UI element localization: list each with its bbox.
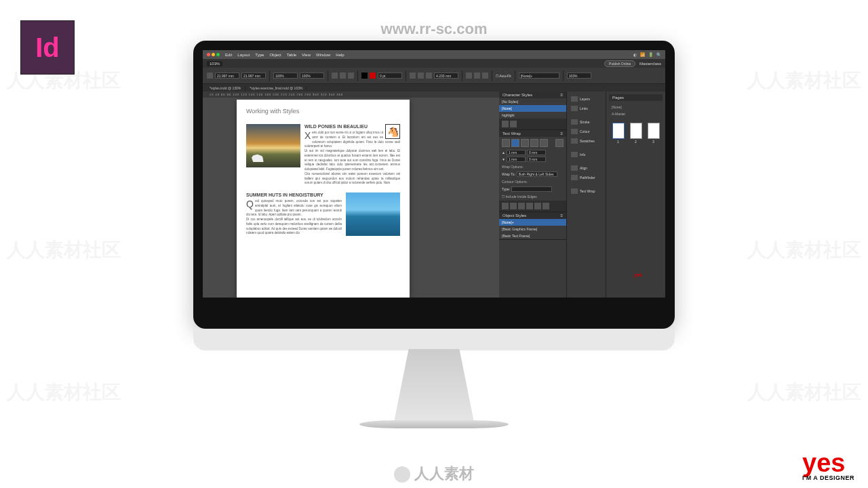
panel-menu-icon[interactable]: ≡ [560,93,563,97]
obj-style-row[interactable]: [Basic Text Frame] [499,232,566,239]
misc-icon[interactable] [526,203,533,209]
horse-icon[interactable]: 🐴 [385,124,400,139]
offset-top[interactable]: 1 mm [507,150,526,155]
menu-type[interactable]: Type [255,53,264,57]
panel-character-styles: Character Styles≡ [No Styles] [None] hig… [499,92,566,130]
offset-bottom[interactable]: 1 mm [507,157,526,162]
body-text: Cita nonsecullorel abores sim eatet pore… [304,172,400,186]
menu-view[interactable]: View [302,53,311,57]
imac-mockup: Edit Layout Type Object Table View Windo… [193,41,675,447]
align-l-icon[interactable] [466,73,472,79]
offset-left[interactable]: 0 mm [527,150,546,155]
misc-icon[interactable] [502,203,509,209]
fill-icon[interactable] [361,73,368,79]
menu-edit[interactable]: Edit [225,53,232,57]
workspace-label[interactable]: Masterclass [639,62,661,66]
watermark-cn: 人人素材社区 [7,380,121,405]
menu-layout[interactable]: Layout [237,53,250,57]
page-thumb-2[interactable]: 2 [630,123,642,139]
offset-right[interactable]: 0 mm [527,157,546,162]
flip-v-icon[interactable] [348,73,354,79]
new-style-icon[interactable] [502,121,509,127]
menu-object[interactable]: Object [269,53,281,57]
fx-icon[interactable] [410,73,416,79]
object-style-field[interactable]: [None]+ [519,73,559,79]
rotate-icon[interactable] [332,73,338,79]
misc-icon[interactable] [518,203,525,209]
panel-tab-layers[interactable]: Layers [567,94,606,104]
zoom-level[interactable]: 103% [207,61,222,66]
autofit-check[interactable]: ☐ Auto-Fit [496,74,511,78]
menu-table[interactable]: Table [287,53,296,57]
menu-help[interactable]: Help [336,53,344,57]
close-icon[interactable] [207,53,210,56]
align-r-icon[interactable] [482,73,488,79]
panel-menu-icon[interactable]: ≡ [560,131,563,136]
panel-tab-pathfinder[interactable]: Pathfinder [567,173,606,182]
wrap-to-select[interactable]: Both Right & Left Sides [517,171,557,177]
y-field[interactable]: 21.997 mm [241,73,266,79]
publish-online-button[interactable]: Publish Online [604,60,635,67]
master-none[interactable]: [None] [612,104,660,110]
colour-icon [571,129,578,134]
image-ponies[interactable] [246,124,300,167]
x-field[interactable]: 21.997 mm [215,73,239,79]
panel-menu-icon[interactable]: ≡ [560,214,563,218]
h-field[interactable]: 100% [300,73,324,79]
panel-tab-textwrap[interactable]: Text Wrap [567,186,606,196]
document-tabs: *styles.indd @ 130% *styles exercise_fin… [203,84,665,92]
contour-type-select[interactable] [511,186,552,192]
obj-style-row-selected[interactable]: [None]+ [499,219,566,226]
maximize-icon[interactable] [216,53,220,56]
master-a[interactable]: A-Master [612,110,660,117]
document-page[interactable]: Working with Styles 🐴 WILD PONIES IN BEA… [237,100,410,298]
misc-icon[interactable] [510,203,517,209]
wrap-bbox-icon[interactable] [511,139,519,147]
invert-icon[interactable] [555,139,564,147]
misc-icon[interactable] [534,203,541,209]
style-row-selected[interactable]: [None] [499,105,566,112]
indesign-logo: Id [20,20,75,75]
page-thumb-3[interactable]: 3 [648,123,660,139]
align-c-icon[interactable] [474,73,480,79]
stroke-field[interactable]: 0 pt [378,73,402,79]
panel-tab-stroke[interactable]: Stroke [567,117,606,127]
panel-tab-swatches[interactable]: Swatches [567,136,606,146]
search-icon[interactable]: 🔍 [656,52,661,57]
watermark-cn: 人人素材社区 [747,237,861,263]
stroke-color-icon[interactable] [370,73,376,79]
tab-doc-1[interactable]: *styles.indd @ 130% [205,86,245,90]
gap-field[interactable]: 4.233 mm [434,73,458,79]
layers-icon [571,96,578,102]
image-huts[interactable] [346,192,400,236]
page-thumb-1[interactable]: 1 [612,123,625,139]
ref-point-icon[interactable] [207,73,213,79]
wrap-column-icon[interactable] [540,139,548,147]
panel-tab-links[interactable]: Links [567,104,606,113]
wrap-shape-icon[interactable] [521,139,529,147]
corner-icon[interactable] [426,73,432,79]
wrap-jump-icon[interactable] [530,139,538,147]
menu-window[interactable]: Window [316,53,330,57]
w-field[interactable]: 100% [273,73,298,79]
status-icon: ◐ [633,52,637,57]
zoom-field[interactable]: 103% [567,73,591,79]
misc-icon[interactable] [542,203,549,209]
info-icon [571,152,578,157]
panel-text-wrap: Text Wrap≡ ▲1 mm 0 mm ▼1 mm 0 mm [499,130,566,212]
wrap-none-icon[interactable] [502,139,510,147]
window-controls[interactable] [207,53,220,56]
style-row[interactable]: highlight [499,112,566,119]
wrap-icon[interactable] [418,73,424,79]
include-edges-check[interactable]: ☐ Include Inside Edges [499,192,566,201]
panel-tab-info[interactable]: Info [567,150,606,159]
canvas[interactable]: 20 40 60 80 100 120 140 160 180 200 220 … [203,92,499,298]
minimize-icon[interactable] [212,53,215,56]
style-row[interactable]: [No Styles] [499,98,566,105]
panel-tab-align[interactable]: Align [567,163,606,173]
obj-style-row[interactable]: [Basic Graphics Frame] [499,226,566,232]
flip-h-icon[interactable] [340,73,346,79]
panel-tab-colour[interactable]: Colour [567,127,606,136]
delete-style-icon[interactable] [510,121,517,127]
tab-doc-2[interactable]: *styles exercise_final.indd @ 103% [245,86,307,90]
